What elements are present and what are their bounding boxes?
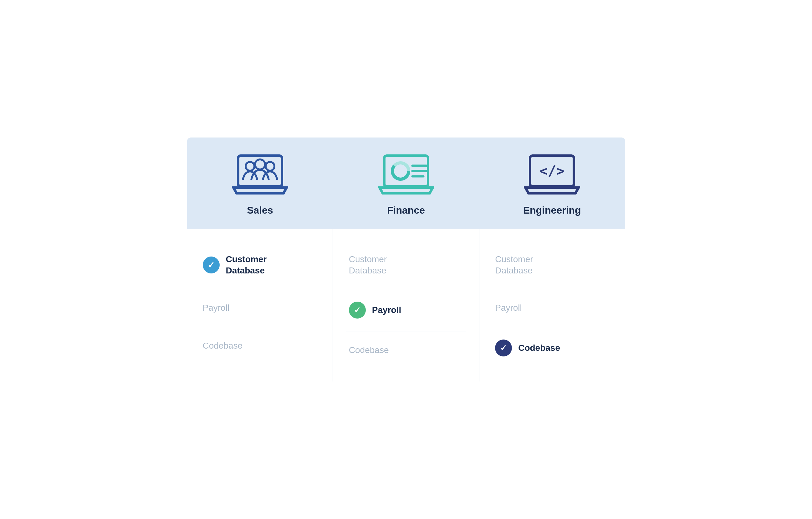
finance-payroll-label: Payroll [372,304,401,316]
finance-label: Finance [387,204,425,216]
engineering-payroll-row: Payroll [489,289,615,327]
engineering-customer-database-row: CustomerDatabase [489,241,615,289]
finance-codebase-row: Codebase [343,331,469,369]
sales-codebase-label: Codebase [203,340,243,351]
engineering-codebase-check: ✓ [495,339,512,356]
sales-payroll-label: Payroll [203,302,230,313]
svg-point-1 [245,162,254,171]
header-cell-engineering: </> Engineering [479,153,625,216]
sales-customer-database-check: ✓ [203,256,220,273]
sales-payroll-row: Payroll [197,289,323,327]
engineering-label: Engineering [523,204,581,216]
content-cell-finance: CustomerDatabase ✓ Payroll Codebase [333,229,480,382]
engineering-customer-database-label: CustomerDatabase [495,254,533,277]
content-cell-engineering: CustomerDatabase Payroll ✓ Codebase [480,229,625,382]
laptop-sales-icon [232,153,288,197]
laptop-engineering-icon: </> [524,153,580,197]
content-area: ✓ CustomerDatabase Payroll Codebase Cust… [187,229,625,382]
sales-label: Sales [247,204,273,216]
sales-customer-database-label: CustomerDatabase [226,254,267,277]
svg-point-3 [266,162,274,171]
svg-point-2 [255,159,265,169]
content-cell-sales: ✓ CustomerDatabase Payroll Codebase [187,229,333,382]
header-row: Sales Finance [187,137,625,229]
main-container: Sales Finance [187,137,625,382]
svg-text:</>: </> [540,163,564,179]
sales-customer-database-row: ✓ CustomerDatabase [197,241,323,289]
header-cell-sales: Sales [187,153,333,216]
engineering-payroll-label: Payroll [495,302,522,313]
finance-codebase-label: Codebase [349,345,389,356]
finance-customer-database-label: CustomerDatabase [349,254,387,277]
finance-payroll-check: ✓ [349,302,366,319]
sales-codebase-row: Codebase [197,327,323,364]
engineering-codebase-label: Codebase [518,343,560,354]
header-cell-finance: Finance [333,153,479,216]
laptop-finance-icon [378,153,434,197]
finance-payroll-row: ✓ Payroll [343,289,469,331]
engineering-codebase-row: ✓ Codebase [489,327,615,369]
finance-customer-database-row: CustomerDatabase [343,241,469,289]
